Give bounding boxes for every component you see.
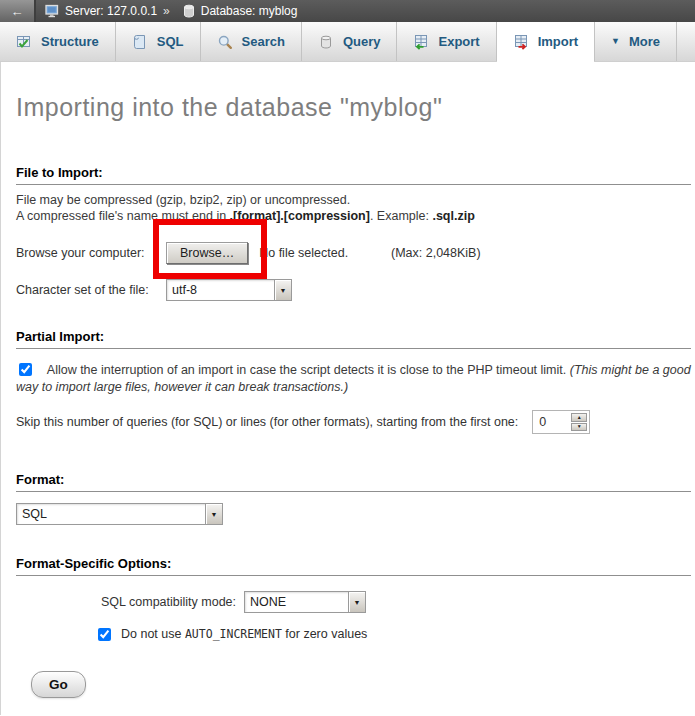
- example-text: . Example:: [370, 209, 433, 223]
- tab-bar: Structure SQL Search Query Export Import…: [0, 22, 695, 62]
- auto-increment-row: Do not use AUTO_INCREMENT for zero value…: [98, 627, 691, 641]
- breadcrumb-database[interactable]: Database: myblog: [201, 4, 298, 18]
- query-icon: [318, 34, 334, 50]
- format-selected-value: SQL: [17, 504, 205, 524]
- breadcrumb-separator: »: [163, 4, 170, 18]
- compression-info-line1: File may be compressed (gzip, bzip2, zip…: [16, 193, 350, 207]
- server-icon: [45, 3, 61, 19]
- browse-button[interactable]: Browse…: [166, 242, 248, 264]
- section-heading-partial-import: Partial Import:: [16, 329, 691, 349]
- section-heading-format-specific-options: Format-Specific Options:: [16, 556, 691, 576]
- back-arrow-icon: ←: [11, 4, 24, 19]
- tab-query[interactable]: Query: [302, 22, 398, 61]
- auto-increment-code: AUTO_INCREMENT: [185, 627, 282, 641]
- tab-label: Export: [438, 34, 479, 49]
- tab-label: Structure: [41, 34, 99, 49]
- tab-search[interactable]: Search: [201, 22, 302, 61]
- section-heading-format: Format:: [16, 472, 691, 492]
- chevron-down-icon: ▼: [205, 504, 222, 524]
- allow-interrupt-row: Allow the interruption of an import in c…: [16, 362, 691, 395]
- database-icon: [181, 3, 197, 19]
- main-content: Importing into the database "myblog" Fil…: [0, 62, 695, 715]
- compression-info-line2: A compressed file's name must end in: [16, 209, 230, 223]
- tab-label: Query: [343, 34, 381, 49]
- export-icon: [413, 34, 429, 50]
- chevron-down-icon: ▼: [611, 37, 620, 46]
- sql-icon: [132, 34, 148, 50]
- skip-queries-value: 0: [535, 413, 571, 431]
- allow-interrupt-text: Allow the interruption of an import in c…: [47, 363, 570, 377]
- go-button[interactable]: Go: [31, 671, 86, 698]
- tab-label: Import: [538, 34, 578, 49]
- chevron-down-icon: ▼: [348, 592, 365, 612]
- sql-compatibility-row: SQL compatibility mode: NONE ▼: [101, 591, 691, 613]
- auto-increment-checkbox[interactable]: [98, 628, 111, 641]
- search-icon: [217, 34, 233, 50]
- tab-import[interactable]: Import: [497, 22, 595, 61]
- sql-compatibility-select[interactable]: NONE ▼: [244, 591, 366, 613]
- chevron-down-icon: ▼: [274, 280, 291, 300]
- tab-sql[interactable]: SQL: [116, 22, 201, 61]
- auto-increment-label: Do not use AUTO_INCREMENT for zero value…: [121, 627, 367, 641]
- spin-down-button[interactable]: ▼: [571, 423, 587, 432]
- tab-label: SQL: [157, 34, 184, 49]
- browse-label: Browse your computer:: [16, 246, 166, 260]
- charset-row: Character set of the file: utf-8 ▼: [16, 278, 691, 302]
- tab-structure[interactable]: Structure: [0, 22, 116, 61]
- charset-select[interactable]: utf-8 ▼: [166, 279, 292, 301]
- sql-compatibility-value: NONE: [245, 592, 348, 612]
- import-icon: [513, 34, 529, 50]
- tab-label: More: [629, 34, 660, 49]
- structure-icon: [16, 34, 32, 50]
- breadcrumb-server[interactable]: Server: 127.0.0.1: [65, 4, 157, 18]
- back-button[interactable]: ←: [0, 0, 36, 22]
- browse-row: Browse your computer: Browse… No file se…: [16, 240, 691, 266]
- tab-label: Search: [242, 34, 285, 49]
- format-compression-hint: .[format].[compression]: [230, 209, 370, 223]
- skip-queries-label: Skip this number of queries (for SQL) or…: [16, 415, 518, 429]
- sql-compatibility-label: SQL compatibility mode:: [101, 595, 236, 609]
- spinner: ▲ ▼: [571, 413, 587, 431]
- compression-info: File may be compressed (gzip, bzip2, zip…: [16, 192, 691, 224]
- page-title: Importing into the database "myblog": [16, 62, 691, 122]
- no-file-selected-text: No file selected.: [259, 246, 348, 260]
- spin-up-button[interactable]: ▲: [571, 413, 587, 422]
- example-filename: .sql.zip: [432, 209, 474, 223]
- charset-label: Character set of the file:: [16, 283, 166, 297]
- charset-selected-value: utf-8: [167, 280, 274, 300]
- skip-queries-input[interactable]: 0 ▲ ▼: [532, 410, 590, 434]
- allow-interrupt-checkbox[interactable]: [19, 363, 32, 376]
- tab-more[interactable]: ▼ More: [595, 22, 677, 61]
- tab-export[interactable]: Export: [397, 22, 496, 61]
- format-row: SQL ▼: [16, 503, 691, 525]
- skip-queries-row: Skip this number of queries (for SQL) or…: [16, 410, 691, 434]
- breadcrumb: ← Server: 127.0.0.1 » Database: myblog: [0, 0, 695, 22]
- max-upload-size: (Max: 2,048KiB): [391, 246, 481, 260]
- format-select[interactable]: SQL ▼: [16, 503, 223, 525]
- section-heading-file-to-import: File to Import:: [16, 165, 691, 185]
